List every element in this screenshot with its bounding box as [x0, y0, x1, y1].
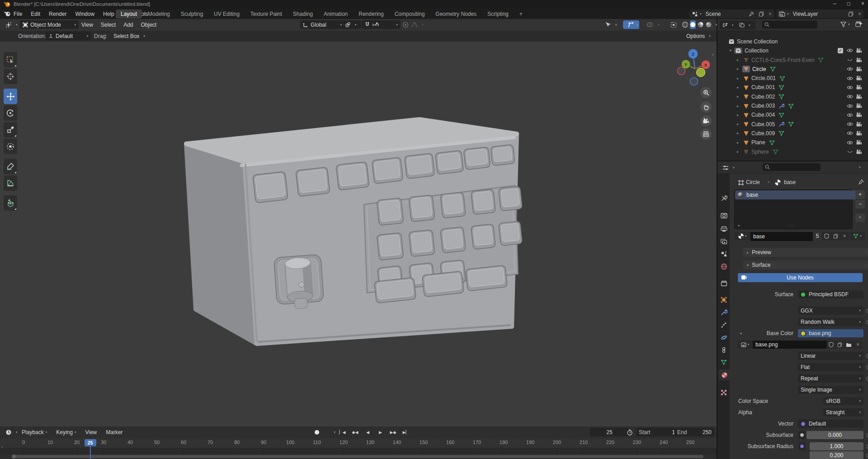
subsurface-socket[interactable]: [798, 431, 806, 439]
timeline-menu-playback[interactable]: Playback▾: [22, 429, 47, 435]
disclosure-icon[interactable]: ▸: [737, 122, 739, 126]
image-browse-dropdown[interactable]: ▾: [737, 341, 753, 349]
current-frame-field[interactable]: 25: [590, 428, 629, 436]
orthographic-grid-icon[interactable]: [700, 128, 712, 140]
jump-to-end-button[interactable]: ▶▏: [400, 428, 412, 436]
copy-icon[interactable]: [756, 9, 766, 18]
decorator[interactable]: [866, 433, 868, 437]
properties-tab-particles[interactable]: [718, 320, 729, 331]
properties-tab-view-layer[interactable]: [718, 236, 729, 247]
properties-tab-data[interactable]: [718, 357, 729, 368]
tab-rendering[interactable]: Rendering: [354, 9, 388, 19]
decorator[interactable]: [866, 354, 868, 358]
snap-toggle-magnet-icon[interactable]: [364, 22, 370, 28]
editor-type-button[interactable]: ▾: [3, 428, 20, 436]
render-camera-icon[interactable]: [856, 149, 862, 155]
scene-selector[interactable]: ▾ Scene ×: [689, 9, 774, 18]
outliner-row-cube-003[interactable]: ▸Cube.003: [717, 102, 868, 110]
disclosure-icon[interactable]: ▸: [737, 113, 739, 117]
gizmos-dropdown[interactable]: ▾: [637, 24, 638, 27]
timeline-expand-arrow[interactable]: ›: [1, 445, 3, 450]
shading-rendered-icon[interactable]: [705, 21, 712, 28]
drag-dropdown[interactable]: Select Box▾: [111, 32, 154, 40]
viewport-3d[interactable]: ▾ Object Mode▾ ViewSelectAddObject Globa…: [0, 19, 717, 426]
timeline-menu-marker[interactable]: Marker: [106, 429, 123, 435]
play-button[interactable]: ▶: [374, 428, 387, 436]
subsurface-slider[interactable]: 0.000: [807, 431, 863, 439]
color-space-dropdown[interactable]: sRGB▾: [823, 397, 863, 405]
material-slot-list[interactable]: base ▸ ::::: [734, 189, 853, 229]
copy-icon[interactable]: [831, 232, 840, 240]
outliner[interactable]: ▾ ▾ ▾ Scene Collection▾Collection✓▸CCTL6…: [717, 19, 868, 161]
use-preview-range-icon[interactable]: [627, 429, 633, 435]
properties-tab-scene[interactable]: [718, 248, 729, 259]
subsurface-method-dropdown[interactable]: Random Walk▾: [798, 318, 863, 326]
panel-preview[interactable]: ▸ Preview::::: [743, 248, 868, 257]
breadcrumb-material[interactable]: base: [784, 179, 796, 185]
render-camera-icon[interactable]: [856, 122, 862, 127]
viewport-canvas[interactable]: Z Y X ‹: [0, 42, 717, 426]
copy-icon[interactable]: [835, 341, 844, 349]
tool-select-box[interactable]: [4, 52, 17, 67]
vector-input[interactable]: Default: [798, 420, 863, 428]
filter-type-dropdown[interactable]: ▾: [736, 21, 755, 29]
disclosure-icon[interactable]: ▸: [737, 76, 739, 80]
options-button[interactable]: Options▾: [684, 32, 717, 40]
hide-eye-icon[interactable]: [847, 122, 853, 127]
decorator[interactable]: [866, 445, 868, 449]
material-slot-selected[interactable]: base: [735, 190, 856, 199]
falloff-curve-icon[interactable]: [411, 22, 418, 28]
remove-slot-button[interactable]: −: [855, 200, 865, 208]
panel-surface[interactable]: ▾ Surface::::: [743, 260, 868, 270]
object-visibility-dropdown[interactable]: ▾: [602, 20, 625, 29]
properties-tab-texture[interactable]: [718, 387, 729, 398]
material-name-input[interactable]: base: [750, 232, 813, 241]
projection-dropdown[interactable]: Flat▾: [798, 363, 863, 371]
tab-[interactable]: +: [514, 9, 528, 19]
render-camera-icon[interactable]: [856, 85, 862, 90]
view-layer-icon[interactable]: ▾: [777, 9, 791, 18]
menu-file[interactable]: File: [14, 11, 22, 17]
slot-specials-dropdown[interactable]: ▾: [855, 213, 865, 222]
timeline-ruler[interactable]: 0102030405060708090100110120130140150160…: [0, 438, 717, 448]
outliner-row-scene-collection[interactable]: Scene Collection: [717, 37, 868, 46]
tool-scale[interactable]: [4, 122, 17, 137]
tab-sculpting[interactable]: Sculpting: [176, 9, 208, 19]
disclosure-icon[interactable]: ▸: [737, 104, 739, 108]
render-camera-icon[interactable]: [856, 76, 862, 81]
properties-tab-object[interactable]: [718, 294, 729, 305]
tab-uv-editing[interactable]: UV Editing: [209, 9, 245, 19]
outliner-row-plane[interactable]: ▸Plane: [717, 138, 868, 147]
disclosure-icon[interactable]: ▸: [737, 85, 739, 90]
mode-dropdown[interactable]: Object Mode▾: [20, 20, 79, 29]
outliner-row-cube-009[interactable]: ▸Cube.009: [717, 129, 868, 137]
render-camera-icon[interactable]: [856, 66, 862, 72]
properties-tab-collection[interactable]: [718, 278, 729, 289]
outliner-row-cube-004[interactable]: ▸Cube.004: [717, 111, 868, 119]
transform-orientation-dropdown[interactable]: Global▾: [300, 20, 344, 29]
material-browse-dropdown[interactable]: ▾: [734, 232, 750, 240]
image-name-field[interactable]: base.png: [753, 341, 827, 349]
radius-socket[interactable]: [798, 442, 806, 450]
maximize-button[interactable]: □: [847, 0, 850, 7]
overlays-toggle[interactable]: ▾: [644, 20, 667, 29]
hide-eye-icon[interactable]: [847, 57, 853, 62]
prev-keyframe-button[interactable]: ◆◀: [349, 428, 361, 436]
zoom-icon[interactable]: [700, 87, 712, 98]
new-collection-icon[interactable]: [855, 21, 862, 28]
frame-end-field[interactable]: End250: [675, 428, 714, 436]
tab-shading[interactable]: Shading: [288, 9, 318, 19]
unlink-icon[interactable]: ×: [766, 9, 774, 18]
decorator[interactable]: [866, 365, 868, 369]
disclosure-icon[interactable]: ▸: [737, 58, 739, 62]
surface-shader-button[interactable]: Principled BSDF: [798, 290, 863, 298]
scene-name[interactable]: Scene: [704, 11, 746, 17]
add-slot-button[interactable]: +: [855, 190, 865, 199]
disclosure-icon[interactable]: ▸: [737, 150, 739, 154]
tool-move[interactable]: [4, 89, 17, 104]
outliner-search-input[interactable]: [762, 21, 817, 28]
tab-geometry-nodes[interactable]: Geometry Nodes: [430, 9, 481, 19]
properties-tab-output[interactable]: [718, 223, 729, 234]
disclosure-icon[interactable]: ▾: [730, 48, 731, 52]
menu-render[interactable]: Render: [49, 11, 66, 17]
